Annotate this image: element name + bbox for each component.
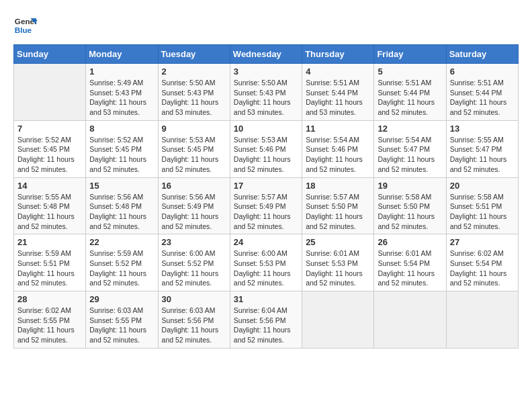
day-info: Sunrise: 5:55 AM Sunset: 5:47 PM Dayligh…: [450, 135, 515, 175]
day-number: 10: [234, 124, 298, 134]
day-number: 13: [450, 124, 515, 134]
day-number: 1: [89, 66, 154, 77]
day-number: 17: [234, 181, 298, 191]
day-number: 7: [17, 124, 82, 134]
day-of-week-header: Friday: [374, 45, 446, 64]
day-number: 24: [234, 237, 298, 247]
day-of-week-header: Saturday: [446, 45, 518, 64]
day-number: 27: [450, 237, 515, 247]
calendar-cell: 4Sunrise: 5:51 AM Sunset: 5:44 PM Daylig…: [302, 64, 374, 121]
calendar-cell: 6Sunrise: 5:51 AM Sunset: 5:44 PM Daylig…: [446, 64, 518, 121]
calendar-cell: 17Sunrise: 5:57 AM Sunset: 5:49 PM Dayli…: [230, 177, 302, 234]
day-info: Sunrise: 5:53 AM Sunset: 5:45 PM Dayligh…: [162, 135, 226, 175]
day-info: Sunrise: 5:54 AM Sunset: 5:46 PM Dayligh…: [306, 135, 370, 175]
day-number: 6: [450, 66, 515, 77]
day-of-week-header: Sunday: [14, 45, 86, 64]
day-number: 21: [17, 237, 82, 247]
calendar-cell: 19Sunrise: 5:58 AM Sunset: 5:50 PM Dayli…: [374, 177, 446, 234]
calendar-cell: 22Sunrise: 5:59 AM Sunset: 5:52 PM Dayli…: [86, 234, 158, 291]
calendar-cell: 14Sunrise: 5:55 AM Sunset: 5:48 PM Dayli…: [14, 177, 86, 234]
day-info: Sunrise: 5:59 AM Sunset: 5:51 PM Dayligh…: [17, 248, 82, 288]
calendar-cell: 20Sunrise: 5:58 AM Sunset: 5:51 PM Dayli…: [446, 177, 518, 234]
day-info: Sunrise: 5:49 AM Sunset: 5:43 PM Dayligh…: [89, 78, 154, 118]
day-info: Sunrise: 6:04 AM Sunset: 5:56 PM Dayligh…: [234, 306, 298, 345]
day-number: 25: [306, 237, 370, 247]
day-number: 15: [89, 181, 154, 191]
calendar-cell: 1Sunrise: 5:49 AM Sunset: 5:43 PM Daylig…: [86, 64, 158, 121]
calendar-cell: [374, 291, 446, 349]
day-number: 18: [306, 181, 370, 191]
day-number: 30: [162, 294, 226, 304]
day-number: 3: [234, 66, 298, 77]
calendar-body: 1Sunrise: 5:49 AM Sunset: 5:43 PM Daylig…: [14, 64, 519, 349]
day-number: 29: [89, 294, 154, 304]
calendar-cell: 10Sunrise: 5:53 AM Sunset: 5:46 PM Dayli…: [230, 120, 302, 177]
calendar-cell: 26Sunrise: 6:01 AM Sunset: 5:54 PM Dayli…: [374, 234, 446, 291]
day-number: 9: [162, 124, 226, 134]
day-info: Sunrise: 5:58 AM Sunset: 5:50 PM Dayligh…: [378, 192, 442, 232]
day-number: 16: [162, 181, 226, 191]
day-of-week-header: Tuesday: [158, 45, 230, 64]
calendar-cell: 18Sunrise: 5:57 AM Sunset: 5:50 PM Dayli…: [302, 177, 374, 234]
day-info: Sunrise: 5:58 AM Sunset: 5:51 PM Dayligh…: [450, 192, 515, 232]
day-number: 5: [378, 66, 442, 77]
calendar-week-row: 7Sunrise: 5:52 AM Sunset: 5:45 PM Daylig…: [14, 120, 519, 177]
calendar-week-row: 1Sunrise: 5:49 AM Sunset: 5:43 PM Daylig…: [14, 64, 519, 121]
calendar-cell: 25Sunrise: 6:01 AM Sunset: 5:53 PM Dayli…: [302, 234, 374, 291]
calendar-cell: 3Sunrise: 5:50 AM Sunset: 5:43 PM Daylig…: [230, 64, 302, 121]
header: General Blue: [13, 13, 519, 38]
day-info: Sunrise: 6:00 AM Sunset: 5:53 PM Dayligh…: [234, 248, 298, 288]
calendar-cell: 9Sunrise: 5:53 AM Sunset: 5:45 PM Daylig…: [158, 120, 230, 177]
calendar-cell: 7Sunrise: 5:52 AM Sunset: 5:45 PM Daylig…: [14, 120, 86, 177]
calendar-cell: 31Sunrise: 6:04 AM Sunset: 5:56 PM Dayli…: [230, 291, 302, 349]
day-number: 2: [162, 66, 226, 77]
day-of-week-header: Thursday: [302, 45, 374, 64]
day-of-week-header: Wednesday: [230, 45, 302, 64]
day-number: 4: [306, 66, 370, 77]
day-info: Sunrise: 6:01 AM Sunset: 5:54 PM Dayligh…: [378, 248, 442, 288]
calendar-cell: 21Sunrise: 5:59 AM Sunset: 5:51 PM Dayli…: [14, 234, 86, 291]
calendar-cell: 13Sunrise: 5:55 AM Sunset: 5:47 PM Dayli…: [446, 120, 518, 177]
calendar-table: SundayMondayTuesdayWednesdayThursdayFrid…: [13, 44, 519, 349]
day-info: Sunrise: 5:53 AM Sunset: 5:46 PM Dayligh…: [234, 135, 298, 175]
day-info: Sunrise: 5:55 AM Sunset: 5:48 PM Dayligh…: [17, 192, 82, 232]
day-number: 14: [17, 181, 82, 191]
day-info: Sunrise: 5:50 AM Sunset: 5:43 PM Dayligh…: [234, 78, 298, 118]
day-info: Sunrise: 5:51 AM Sunset: 5:44 PM Dayligh…: [450, 78, 515, 118]
calendar-cell: 16Sunrise: 5:56 AM Sunset: 5:49 PM Dayli…: [158, 177, 230, 234]
calendar-cell: [446, 291, 518, 349]
calendar-cell: 8Sunrise: 5:52 AM Sunset: 5:45 PM Daylig…: [86, 120, 158, 177]
day-info: Sunrise: 5:56 AM Sunset: 5:49 PM Dayligh…: [162, 192, 226, 232]
day-number: 22: [89, 237, 154, 247]
calendar-cell: [14, 64, 86, 121]
day-number: 28: [17, 294, 82, 304]
logo-icon: General Blue: [13, 13, 38, 38]
day-number: 20: [450, 181, 515, 191]
day-info: Sunrise: 5:54 AM Sunset: 5:47 PM Dayligh…: [378, 135, 442, 175]
day-number: 19: [378, 181, 442, 191]
day-info: Sunrise: 6:02 AM Sunset: 5:54 PM Dayligh…: [450, 248, 515, 288]
day-info: Sunrise: 6:03 AM Sunset: 5:56 PM Dayligh…: [162, 306, 226, 345]
day-info: Sunrise: 5:57 AM Sunset: 5:49 PM Dayligh…: [234, 192, 298, 232]
day-info: Sunrise: 5:50 AM Sunset: 5:43 PM Dayligh…: [162, 78, 226, 118]
day-info: Sunrise: 5:52 AM Sunset: 5:45 PM Dayligh…: [89, 135, 154, 175]
calendar-header-row: SundayMondayTuesdayWednesdayThursdayFrid…: [14, 45, 519, 64]
calendar-cell: 2Sunrise: 5:50 AM Sunset: 5:43 PM Daylig…: [158, 64, 230, 121]
calendar-cell: 5Sunrise: 5:51 AM Sunset: 5:44 PM Daylig…: [374, 64, 446, 121]
day-number: 12: [378, 124, 442, 134]
calendar-week-row: 28Sunrise: 6:02 AM Sunset: 5:55 PM Dayli…: [14, 291, 519, 349]
day-info: Sunrise: 5:59 AM Sunset: 5:52 PM Dayligh…: [89, 248, 154, 288]
day-number: 31: [234, 294, 298, 304]
day-info: Sunrise: 6:01 AM Sunset: 5:53 PM Dayligh…: [306, 248, 370, 288]
calendar-cell: 15Sunrise: 5:56 AM Sunset: 5:48 PM Dayli…: [86, 177, 158, 234]
day-info: Sunrise: 5:57 AM Sunset: 5:50 PM Dayligh…: [306, 192, 370, 232]
calendar-cell: [302, 291, 374, 349]
calendar-cell: 30Sunrise: 6:03 AM Sunset: 5:56 PM Dayli…: [158, 291, 230, 349]
calendar-cell: 28Sunrise: 6:02 AM Sunset: 5:55 PM Dayli…: [14, 291, 86, 349]
day-info: Sunrise: 5:51 AM Sunset: 5:44 PM Dayligh…: [378, 78, 442, 118]
calendar-cell: 11Sunrise: 5:54 AM Sunset: 5:46 PM Dayli…: [302, 120, 374, 177]
day-info: Sunrise: 6:00 AM Sunset: 5:52 PM Dayligh…: [162, 248, 226, 288]
day-info: Sunrise: 5:51 AM Sunset: 5:44 PM Dayligh…: [306, 78, 370, 118]
logo: General Blue: [13, 13, 38, 38]
day-number: 23: [162, 237, 226, 247]
